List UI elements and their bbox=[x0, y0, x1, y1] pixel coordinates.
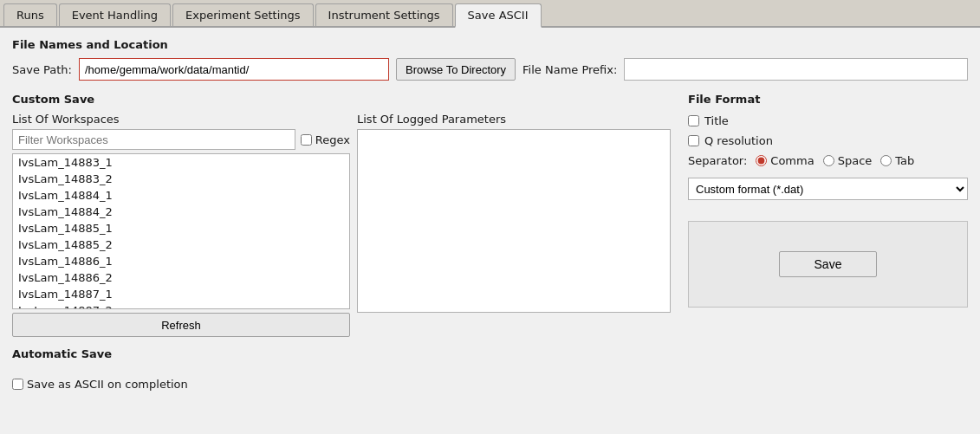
q-resolution-label: Q resolution bbox=[704, 134, 773, 147]
main-content: File Names and Location Save Path: Brows… bbox=[0, 28, 980, 401]
separator-row: Separator: Comma Space Tab bbox=[688, 154, 968, 167]
space-label: Space bbox=[838, 154, 873, 167]
tab-event-handling[interactable]: Event Handling bbox=[59, 3, 171, 26]
workspace-list-item[interactable]: IvsLam_14886_1 bbox=[13, 253, 349, 269]
custom-save-section: Custom Save List Of Workspaces Regex Ivs bbox=[12, 93, 671, 391]
filter-row: Regex bbox=[12, 129, 350, 150]
separator-label: Separator: bbox=[688, 154, 747, 167]
browse-to-directory-button[interactable]: Browse To Directory bbox=[396, 58, 516, 81]
workspaces-panel: List Of Workspaces Regex IvsLam_14883_1I… bbox=[12, 113, 350, 337]
q-resolution-checkbox-row: Q resolution bbox=[688, 134, 968, 147]
main-row: Custom Save List Of Workspaces Regex Ivs bbox=[12, 93, 968, 391]
workspace-list-item[interactable]: IvsLam_14884_1 bbox=[13, 187, 349, 204]
workspace-list-item[interactable]: IvsLam_14885_2 bbox=[13, 236, 349, 253]
save-path-label: Save Path: bbox=[12, 63, 72, 76]
separator-radio-group: Comma Space Tab bbox=[756, 154, 914, 167]
tab-experiment-settings[interactable]: Experiment Settings bbox=[172, 3, 314, 26]
custom-save-title: Custom Save bbox=[12, 93, 671, 106]
title-checkbox[interactable] bbox=[688, 115, 699, 126]
file-location-row: Save Path: Browse To Directory File Name… bbox=[12, 58, 968, 81]
tab-radio[interactable] bbox=[880, 155, 892, 166]
q-resolution-checkbox[interactable] bbox=[688, 135, 699, 146]
workspace-list-item[interactable]: IvsLam_14883_2 bbox=[13, 171, 349, 187]
workspaces-panel-label: List Of Workspaces bbox=[12, 113, 350, 126]
workspace-list-item[interactable]: IvsLam_14886_2 bbox=[13, 269, 349, 286]
tab-bar: Runs Event Handling Experiment Settings … bbox=[0, 0, 980, 28]
save-button[interactable]: Save bbox=[779, 251, 878, 277]
tab-radio-label[interactable]: Tab bbox=[880, 154, 914, 167]
regex-text: Regex bbox=[315, 133, 350, 146]
workspace-list-item[interactable]: IvsLam_14887_1 bbox=[13, 286, 349, 302]
save-as-ascii-label[interactable]: Save as ASCII on completion bbox=[12, 378, 188, 391]
space-radio[interactable] bbox=[823, 155, 834, 166]
logged-parameters-label: List Of Logged Parameters bbox=[357, 113, 671, 126]
file-name-prefix-input[interactable] bbox=[624, 58, 968, 81]
save-area: Save bbox=[688, 221, 968, 308]
space-radio-label[interactable]: Space bbox=[823, 154, 873, 167]
tab-instrument-settings[interactable]: Instrument Settings bbox=[315, 3, 453, 26]
regex-checkbox[interactable] bbox=[301, 134, 312, 146]
tab-label: Tab bbox=[895, 154, 914, 167]
workspace-list-item[interactable]: IvsLam_14885_1 bbox=[13, 220, 349, 236]
save-as-ascii-text: Save as ASCII on completion bbox=[27, 378, 188, 391]
comma-radio[interactable] bbox=[756, 155, 767, 166]
workspaces-logged-row: List Of Workspaces Regex IvsLam_14883_1I… bbox=[12, 113, 671, 337]
auto-save-checkbox-row: Save as ASCII on completion bbox=[12, 378, 671, 391]
format-dropdown[interactable]: Custom format (*.dat)Three column (*.dat… bbox=[688, 178, 968, 200]
title-checkbox-row: Title bbox=[688, 114, 968, 127]
logged-parameters-panel: List Of Logged Parameters bbox=[357, 113, 671, 337]
regex-label[interactable]: Regex bbox=[301, 133, 350, 146]
file-names-section-title: File Names and Location bbox=[12, 38, 968, 51]
save-path-input[interactable] bbox=[79, 58, 389, 81]
tab-runs[interactable]: Runs bbox=[3, 3, 57, 26]
workspace-list[interactable]: IvsLam_14883_1IvsLam_14883_2IvsLam_14884… bbox=[12, 153, 350, 309]
tab-save-ascii[interactable]: Save ASCII bbox=[455, 3, 542, 28]
comma-label: Comma bbox=[770, 154, 814, 167]
comma-radio-label[interactable]: Comma bbox=[756, 154, 814, 167]
workspace-list-item[interactable]: IvsLam_14887_2 bbox=[13, 302, 349, 309]
file-format-title: File Format bbox=[688, 93, 968, 106]
file-format-section: File Format Title Q resolution Separator… bbox=[671, 93, 968, 391]
filter-workspaces-input[interactable] bbox=[12, 129, 295, 150]
automatic-save-row: Automatic Save bbox=[12, 347, 671, 367]
automatic-save-title: Automatic Save bbox=[12, 347, 112, 360]
workspace-list-item[interactable]: IvsLam_14883_1 bbox=[13, 154, 349, 171]
file-name-prefix-label: File Name Prefix: bbox=[522, 63, 617, 76]
title-checkbox-label: Title bbox=[704, 114, 729, 127]
refresh-button[interactable]: Refresh bbox=[12, 313, 350, 337]
save-as-ascii-checkbox[interactable] bbox=[12, 379, 23, 390]
logged-parameters-list[interactable] bbox=[357, 129, 671, 313]
workspace-list-item[interactable]: IvsLam_14884_2 bbox=[13, 204, 349, 220]
